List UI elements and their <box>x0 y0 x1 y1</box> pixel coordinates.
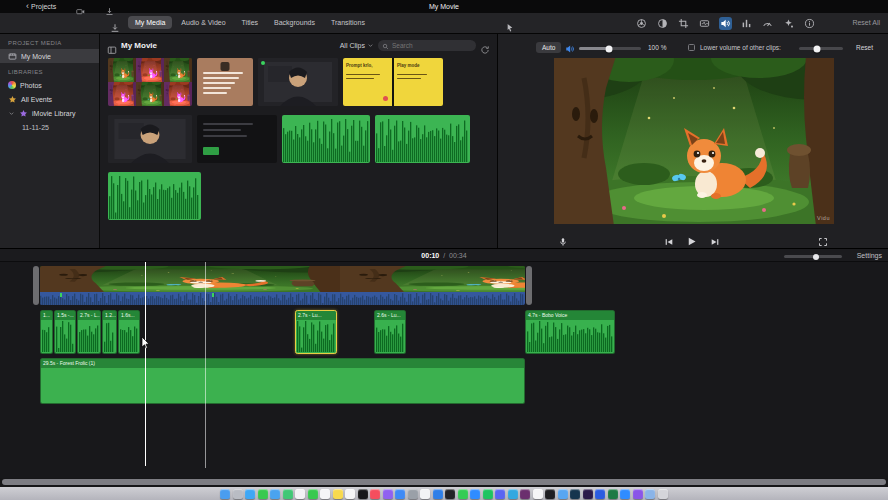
dock-icon-xcode[interactable] <box>558 489 568 499</box>
sidebar-item-all-events[interactable]: All Events <box>0 92 99 106</box>
sidebar-item-11-11-25[interactable]: 11-11-25 <box>0 120 99 134</box>
timeline-attached-audio[interactable] <box>40 292 525 305</box>
playhead[interactable] <box>145 262 146 466</box>
clip-filter-dropdown[interactable]: All Clips <box>340 42 374 50</box>
media-thumb-notes[interactable] <box>197 58 253 106</box>
media-thumb-audio[interactable] <box>375 115 470 163</box>
timeline-audio-clip[interactable]: 4.7s - Bobo Voice <box>525 310 615 354</box>
tab-transitions[interactable]: Transitions <box>324 16 372 29</box>
tab-backgrounds[interactable]: Backgrounds <box>267 16 322 29</box>
dock-icon-excel[interactable] <box>608 489 618 499</box>
dock-icon-photos[interactable] <box>295 489 305 499</box>
dock-icon-messages[interactable] <box>258 489 268 499</box>
dock-icon-finder[interactable] <box>220 489 230 499</box>
tab-my-media[interactable]: My Media <box>128 16 172 29</box>
lower-volume-knob[interactable] <box>813 45 820 52</box>
speed-tool-button[interactable] <box>761 17 774 30</box>
color-wheel-tool-button[interactable] <box>635 17 648 30</box>
dock-icon-word[interactable] <box>595 489 605 499</box>
dock-icon-calendar[interactable] <box>320 489 330 499</box>
dock-icon-photoshop[interactable] <box>570 489 580 499</box>
dock-icon-safari[interactable] <box>245 489 255 499</box>
dock-icon-imovie[interactable] <box>633 489 643 499</box>
media-thumb-cartoon-video[interactable] <box>108 58 192 106</box>
timeline-audio-clip[interactable]: 2.7s - L... <box>77 310 101 354</box>
dock-icon-music[interactable] <box>370 489 380 499</box>
dock-icon-vscode[interactable] <box>433 489 443 499</box>
dock-icon-downloads[interactable] <box>645 489 655 499</box>
previous-frame-icon[interactable] <box>664 232 674 242</box>
timeline-zoom-knob[interactable] <box>813 254 819 260</box>
media-thumb-person-video[interactable] <box>108 115 192 163</box>
dock-icon-whatsapp[interactable] <box>458 489 468 499</box>
timeline-clip-background-music[interactable]: 29.5s - Forest Frolic (1) <box>40 358 525 404</box>
timeline-audio-clip[interactable]: 2.6s - Lu... <box>374 310 406 354</box>
chevron-down-icon[interactable] <box>8 110 15 117</box>
tab-audio-video[interactable]: Audio & Video <box>174 16 232 29</box>
clip-duration-icon[interactable] <box>480 41 490 51</box>
camera-import-icon[interactable] <box>76 2 85 11</box>
clip-trim-handle-right[interactable] <box>526 266 532 305</box>
dock-icon-slack[interactable] <box>520 489 530 499</box>
lower-volume-checkbox[interactable] <box>688 44 695 51</box>
stabilize-tool-button[interactable] <box>698 17 711 30</box>
dock-icon-zoom[interactable] <box>470 489 480 499</box>
media-thumb-title-cards[interactable]: Prompt krlo,Play mode <box>343 58 443 106</box>
media-thumb-audio[interactable] <box>108 172 201 220</box>
dock-icon-chrome[interactable] <box>420 489 430 499</box>
auto-button[interactable]: Auto <box>536 42 561 53</box>
dock-icon-mail[interactable] <box>270 489 280 499</box>
timeline-audio-clip[interactable]: 1.2... <box>102 310 117 354</box>
dock-icon-figma[interactable] <box>545 489 555 499</box>
dock-icon-notion[interactable] <box>533 489 543 499</box>
clip-trim-handle-left[interactable] <box>33 266 39 305</box>
timeline-audio-clip[interactable]: 1... <box>40 310 53 354</box>
media-thumb-audio[interactable] <box>282 115 370 163</box>
reset-button[interactable]: Reset <box>856 44 873 51</box>
timeline-settings-button[interactable]: Settings <box>857 252 882 259</box>
timeline-audio-clip[interactable]: 1.6s... <box>118 310 140 354</box>
dock-icon-reminders[interactable] <box>345 489 355 499</box>
search-box[interactable] <box>378 40 476 51</box>
dock-icon-maps[interactable] <box>283 489 293 499</box>
dock-icon-settings[interactable] <box>408 489 418 499</box>
horizontal-scrollbar[interactable] <box>2 479 886 485</box>
sidebar-item-photos[interactable]: Photos <box>0 78 99 92</box>
import-media-icon[interactable] <box>110 18 120 28</box>
dock-icon-notes[interactable] <box>333 489 343 499</box>
timeline-audio-clip[interactable]: 2.7s - Lu... <box>295 310 337 354</box>
eq-tool-button[interactable] <box>740 17 753 30</box>
volume-slider[interactable] <box>579 47 641 50</box>
dock-icon-facetime[interactable] <box>308 489 318 499</box>
info-tool-button[interactable] <box>803 17 816 30</box>
media-thumb-screen-recording[interactable] <box>197 115 277 163</box>
speaker-tool-button[interactable] <box>719 17 732 30</box>
timeline-zoom-slider[interactable] <box>784 255 842 258</box>
dock-icon-telegram[interactable] <box>508 489 518 499</box>
volume-slider-knob[interactable] <box>605 45 612 52</box>
volume-icon[interactable] <box>565 44 575 54</box>
dock-icon-keynote[interactable] <box>620 489 630 499</box>
dock-icon-tv[interactable] <box>358 489 368 499</box>
fullscreen-icon[interactable] <box>818 232 828 242</box>
pointer-icon[interactable] <box>505 18 515 28</box>
reset-all-button[interactable]: Reset All <box>852 19 880 26</box>
timeline-video-clip[interactable] <box>40 266 525 292</box>
search-input[interactable] <box>392 42 472 49</box>
next-frame-icon[interactable] <box>710 232 720 242</box>
sidebar-item-my-movie[interactable]: My Movie <box>0 49 99 63</box>
balance-tool-button[interactable] <box>656 17 669 30</box>
import-arrow-icon[interactable] <box>105 2 114 11</box>
timeline[interactable]: 1...1.5s -...2.7s - L...1.2...1.6s...2.7… <box>0 262 888 478</box>
voiceover-mic-icon[interactable] <box>558 232 568 242</box>
dock-icon-premiere[interactable] <box>583 489 593 499</box>
play-icon[interactable] <box>686 232 697 243</box>
effects-tool-button[interactable] <box>782 17 795 30</box>
crop-tool-button[interactable] <box>677 17 690 30</box>
dock-icon-podcasts[interactable] <box>383 489 393 499</box>
projects-back-button[interactable]: ‹ Projects <box>26 3 56 10</box>
lower-volume-slider[interactable] <box>799 47 843 50</box>
dock-icon-trash[interactable] <box>658 489 668 499</box>
dock-icon-app-store[interactable] <box>395 489 405 499</box>
media-thumb-person-video[interactable] <box>258 58 338 106</box>
